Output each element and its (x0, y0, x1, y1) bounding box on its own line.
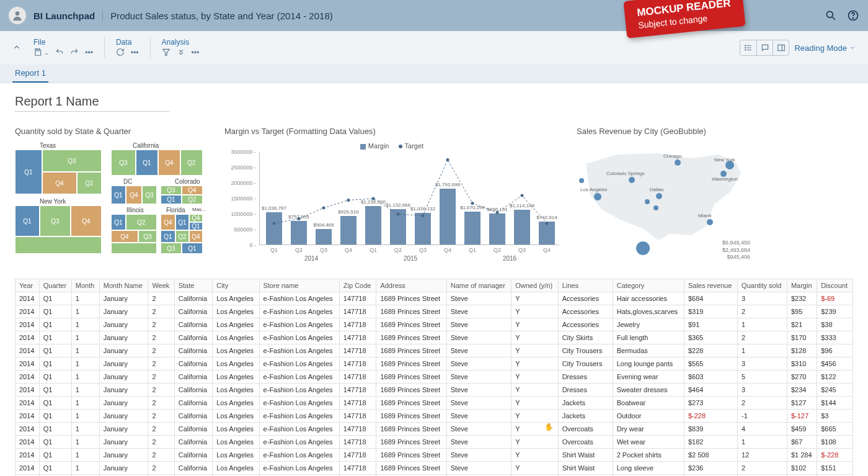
view-toggle (740, 40, 789, 56)
menu-file[interactable]: File (33, 38, 93, 47)
table-header[interactable]: Month (71, 279, 99, 292)
table-header[interactable]: State (174, 279, 212, 292)
table-header[interactable]: Year (16, 279, 40, 292)
svg-point-10 (745, 45, 746, 46)
filter-icon[interactable] (162, 48, 170, 58)
undo-icon[interactable] (55, 48, 64, 58)
doc-title: Product Sales status, by State and Year … (103, 11, 333, 21)
table-row[interactable]: 2014Q11January2CaliforniaLos Angelese-Fa… (16, 384, 853, 397)
svg-point-4 (853, 18, 854, 19)
table-header[interactable]: Quantity sold (738, 279, 787, 292)
chart-margin-target: Margin vs Target (Formatting Data Values… (224, 127, 559, 260)
table-header[interactable]: Month Name (99, 279, 148, 292)
table-row[interactable]: 2014Q11January2CaliforniaLos Angelese-Fa… (16, 449, 853, 462)
chart-treemap: Quantity sold by State & Quarter Texas Q… (15, 127, 207, 260)
svg-point-12 (745, 50, 746, 50)
table-header[interactable]: Category (613, 279, 684, 292)
svg-rect-13 (778, 45, 785, 50)
svg-point-22 (446, 158, 450, 161)
chart-legend: Margin Target (224, 142, 559, 150)
svg-rect-5 (37, 48, 40, 50)
refresh-icon[interactable] (116, 48, 125, 58)
report-tabs: Report 1 (0, 65, 868, 83)
help-icon[interactable] (847, 9, 859, 22)
data-table[interactable]: YearQuarterMonthMonth NameWeekStateCityS… (15, 279, 853, 476)
chart-geobubble: Sales Revenue by City (GeoBubble) New Yo… (577, 127, 750, 260)
svg-point-1 (826, 11, 833, 17)
table-header[interactable]: Discount (817, 279, 853, 292)
svg-point-11 (745, 47, 746, 48)
table-row[interactable]: 2014Q11January2CaliforniaLos Angelese-Fa… (16, 357, 853, 370)
table-header[interactable]: Name of manager (446, 279, 511, 292)
table-row[interactable]: 2014Q11January2CaliforniaLos Angelese-Fa… (16, 436, 853, 449)
save-icon[interactable] (33, 48, 49, 58)
search-icon[interactable] (825, 9, 837, 22)
table-row[interactable]: 2014Q11January2CaliforniaLos Angelese-Fa… (16, 423, 853, 436)
svg-line-2 (833, 17, 835, 20)
svg-marker-6 (162, 49, 169, 56)
collapse-toggle[interactable] (12, 43, 21, 53)
cursor-icon: ✋ (544, 423, 554, 431)
table-header[interactable]: Sales revenue (684, 279, 737, 292)
drill-icon[interactable] (177, 48, 185, 58)
more-file-icon[interactable]: ••• (85, 48, 93, 57)
menu-data[interactable]: Data (116, 38, 139, 47)
panel-view-icon[interactable] (773, 40, 789, 55)
table-row[interactable]: 2014Q11January2CaliforniaLos Angelese-Fa… (16, 318, 853, 331)
map-legend: $6,649,450 $2,493,684 $945,406 (722, 240, 750, 261)
data-table-wrapper: YearQuarterMonthMonth NameWeekStateCityS… (15, 279, 853, 476)
svg-point-0 (16, 11, 20, 16)
menu-analysis[interactable]: Analysis (162, 38, 200, 47)
list-view-icon[interactable] (740, 40, 756, 55)
tab-report-1[interactable]: Report 1 (12, 65, 48, 83)
table-row[interactable]: 2014Q11January2CaliforniaLos Angelese-Fa… (16, 344, 853, 357)
brand[interactable]: BI Launchpad (33, 11, 103, 21)
comment-view-icon[interactable] (756, 40, 773, 55)
report-title: Report 1 Name (15, 94, 853, 109)
redo-icon[interactable] (70, 48, 79, 58)
table-row[interactable]: 2014Q11January2CaliforniaLos Angelese-Fa… (16, 410, 853, 423)
svg-point-17 (322, 207, 326, 210)
table-row[interactable]: 2014Q11January2CaliforniaLos Angelese-Fa… (16, 305, 853, 318)
table-row[interactable]: 2014Q11January2CaliforniaLos Angelese-Fa… (16, 462, 853, 475)
svg-point-18 (347, 199, 350, 202)
table-header[interactable]: Margin (787, 279, 817, 292)
table-header[interactable]: Week (148, 279, 174, 292)
table-header[interactable]: Lines (558, 279, 613, 292)
table-header[interactable]: City (213, 279, 259, 292)
table-row[interactable]: 2014Q11January2CaliforniaLos Angelese-Fa… (16, 292, 853, 305)
table-row[interactable]: 2014Q11January2CaliforniaLos Angelese-Fa… (16, 331, 853, 344)
avatar[interactable] (9, 7, 26, 24)
table-header[interactable]: Address (376, 279, 446, 292)
table-header[interactable]: Zip Code (339, 279, 376, 292)
table-header[interactable]: Owned (y/n) (512, 279, 558, 292)
table-header[interactable]: Quarter (39, 279, 71, 292)
table-header[interactable]: Store name (259, 279, 339, 292)
toolbar: File ••• Data ••• Analysis ••• Read (0, 31, 868, 65)
reading-mode-button[interactable]: Reading Mode (794, 43, 856, 53)
app-header: BI Launchpad Product Sales status, by St… (0, 0, 868, 31)
more-analysis-icon[interactable]: ••• (192, 48, 200, 57)
more-data-icon[interactable]: ••• (131, 48, 139, 57)
report-canvas: Report 1 Name Quantity sold by State & Q… (0, 83, 868, 476)
svg-point-25 (521, 194, 524, 197)
table-row[interactable]: 2014Q11January2CaliforniaLos Angelese-Fa… (16, 370, 853, 384)
table-row[interactable]: 2014Q11January2CaliforniaLos Angelese-Fa… (16, 397, 853, 410)
